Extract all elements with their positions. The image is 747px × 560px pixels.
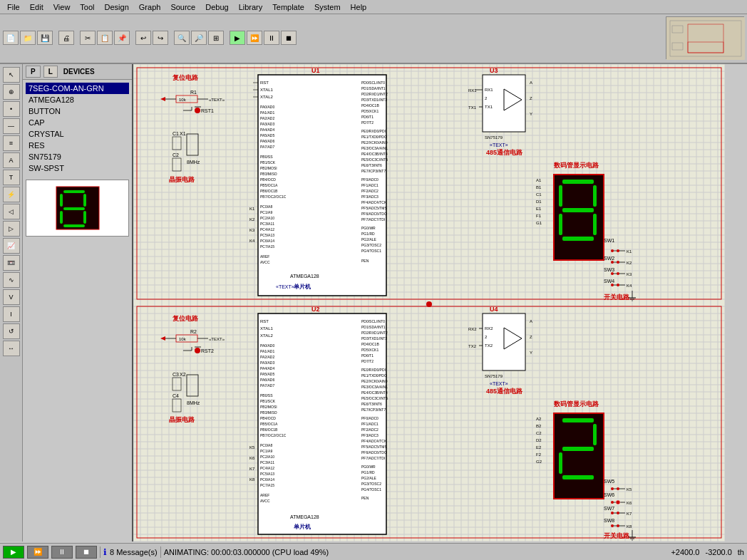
svg-text:PF5/ADC5/TMS: PF5/ADC5/TMS [361, 206, 388, 210]
svg-text:PE1/TXD0/PDO: PE1/TXD0/PDO [361, 135, 387, 139]
comp-crystal[interactable]: CRYSTAL [26, 128, 129, 140]
menu-graph[interactable]: Graph [135, 2, 165, 12]
svg-text:PE3/OC3A/AIN1: PE3/OC3A/AIN1 [361, 146, 388, 150]
cut-btn[interactable]: ✂ [80, 31, 96, 45]
svg-rect-125 [554, 175, 604, 260]
zoom-in-btn[interactable]: 🔍 [174, 31, 190, 45]
svg-text:C1: C1 [536, 192, 542, 197]
component-tool[interactable]: ⊕ [3, 84, 20, 100]
rotate-btn[interactable]: ↺ [3, 323, 20, 339]
menu-source[interactable]: Source [166, 2, 200, 12]
comp-button[interactable]: BUTTON [26, 105, 129, 117]
svg-text:PB7/OC2/OC1C: PB7/OC2/OC1C [260, 195, 287, 199]
stop-btn[interactable]: ⏹ [76, 546, 97, 559]
menu-tool[interactable]: Tool [76, 2, 98, 12]
menu-debug[interactable]: Debug [201, 2, 232, 12]
svg-text:PB7/OC2/OC1C: PB7/OC2/OC1C [260, 433, 287, 437]
svg-text:PA7/AD7: PA7/AD7 [260, 145, 274, 149]
text-tool[interactable]: T [3, 170, 20, 185]
svg-rect-29 [172, 137, 181, 150]
save-btn[interactable]: 💾 [37, 31, 53, 45]
svg-text:晶振电路: 晶振电路 [169, 416, 195, 423]
svg-text:RX1: RX1 [468, 88, 477, 93]
tab-l[interactable]: L [43, 66, 58, 78]
svg-text:R2: R2 [190, 329, 197, 334]
volt-probe[interactable]: V [3, 289, 20, 305]
svg-text:RX2: RX2 [468, 327, 477, 331]
power-tool[interactable]: ⚡ [3, 187, 20, 202]
zoom-fit-btn[interactable]: ⊞ [208, 31, 224, 45]
zoom-out-btn[interactable]: 🔎 [191, 31, 207, 45]
svg-text:PC1/A9: PC1/A9 [260, 449, 272, 453]
gen-tool[interactable]: ∿ [3, 272, 20, 288]
menu-template[interactable]: Template [268, 2, 309, 12]
svg-text:PB4/OCD: PB4/OCD [260, 416, 276, 420]
svg-text:SW3: SW3 [604, 267, 614, 272]
svg-text:PA5/AD5: PA5/AD5 [260, 133, 274, 138]
junction-tool[interactable]: • [3, 101, 20, 117]
redo-btn[interactable]: ↪ [153, 31, 168, 45]
comp-sw-spst[interactable]: SW-SPST [26, 162, 129, 174]
svg-point-298 [617, 512, 619, 514]
wire-tool[interactable]: — [3, 118, 20, 134]
svg-rect-12 [63, 224, 85, 227]
svg-text:10k: 10k [179, 337, 187, 341]
tab-p[interactable]: P [26, 66, 41, 78]
menu-edit[interactable]: Edit [26, 2, 48, 12]
menu-view[interactable]: View [49, 2, 75, 12]
menu-system[interactable]: System [310, 2, 345, 12]
open-btn[interactable]: 📁 [20, 31, 36, 45]
svg-text:AVCC: AVCC [260, 260, 270, 264]
mirror-btn[interactable]: ↔ [3, 341, 20, 356]
play-btn[interactable]: ▶ [3, 546, 24, 559]
step-fwd-btn[interactable]: ⏩ [27, 546, 48, 559]
svg-text:PF7/ADC7/TDI: PF7/ADC7/TDI [361, 456, 385, 460]
stop-btn[interactable]: ⏹ [281, 31, 297, 45]
svg-text:SW6: SW6 [604, 492, 614, 497]
svg-text:PD6/T1: PD6/T1 [361, 353, 374, 358]
menu-help[interactable]: Help [346, 2, 371, 12]
svg-text:PB5/OC1A: PB5/OC1A [260, 183, 278, 187]
menu-library[interactable]: Library [235, 2, 267, 12]
tape-tool[interactable]: 📼 [3, 255, 20, 271]
comp-atmega128[interactable]: ATMEGA128 [26, 94, 129, 105]
pause-btn[interactable]: ⏸ [51, 546, 73, 559]
svg-rect-14 [137, 306, 721, 538]
svg-text:D2: D2 [536, 438, 542, 442]
pause-btn[interactable]: ⏸ [264, 31, 279, 45]
select-tool[interactable]: ↖ [3, 67, 20, 83]
status-bar: ▶ ⏩ ⏸ ⏹ ℹ 8 Message(s) ANIMATING: 00:00:… [0, 543, 747, 560]
svg-rect-129 [562, 208, 594, 212]
menu-design[interactable]: Design [101, 2, 133, 12]
svg-text:D1: D1 [536, 199, 542, 204]
port-tool[interactable]: ▷ [3, 221, 20, 237]
terminal-tool[interactable]: ◁ [3, 204, 20, 219]
bus-tool[interactable]: ≡ [3, 135, 20, 151]
print-btn[interactable]: 🖨 [58, 31, 74, 45]
svg-rect-9 [63, 207, 85, 210]
svg-text:PC2/A10: PC2/A10 [260, 216, 274, 220]
svg-text:K1: K1 [627, 249, 632, 254]
canvas-area[interactable]: 复位电路 R1 10k «TEXT» RST1 C1 C2 X [133, 64, 725, 541]
svg-point-152 [611, 272, 614, 275]
comp-7seg[interactable]: 7SEG-COM-AN-GRN [26, 83, 129, 94]
svg-text:10k: 10k [179, 98, 187, 102]
svg-text:G1: G1 [536, 221, 542, 225]
step-btn[interactable]: ⏩ [247, 31, 262, 45]
comp-cap[interactable]: CAP [26, 117, 129, 128]
label-tool[interactable]: A [3, 152, 20, 168]
svg-text:PG0/WR: PG0/WR [361, 226, 376, 230]
graph-tool[interactable]: 📈 [3, 238, 20, 254]
paste-btn[interactable]: 📌 [114, 31, 130, 45]
copy-btn[interactable]: 📋 [97, 31, 113, 45]
comp-sn75179[interactable]: SN75179 [26, 151, 129, 162]
new-btn[interactable]: 📄 [3, 31, 19, 45]
curr-probe[interactable]: I [3, 306, 20, 322]
comp-res[interactable]: RES [26, 140, 129, 151]
svg-rect-167 [176, 335, 197, 342]
undo-btn[interactable]: ↩ [135, 31, 151, 45]
run-btn[interactable]: ▶ [230, 31, 245, 45]
menu-file[interactable]: File [3, 2, 24, 12]
svg-text:PE7/ICP3/INT7: PE7/ICP3/INT7 [361, 169, 386, 173]
svg-rect-272 [559, 424, 562, 445]
